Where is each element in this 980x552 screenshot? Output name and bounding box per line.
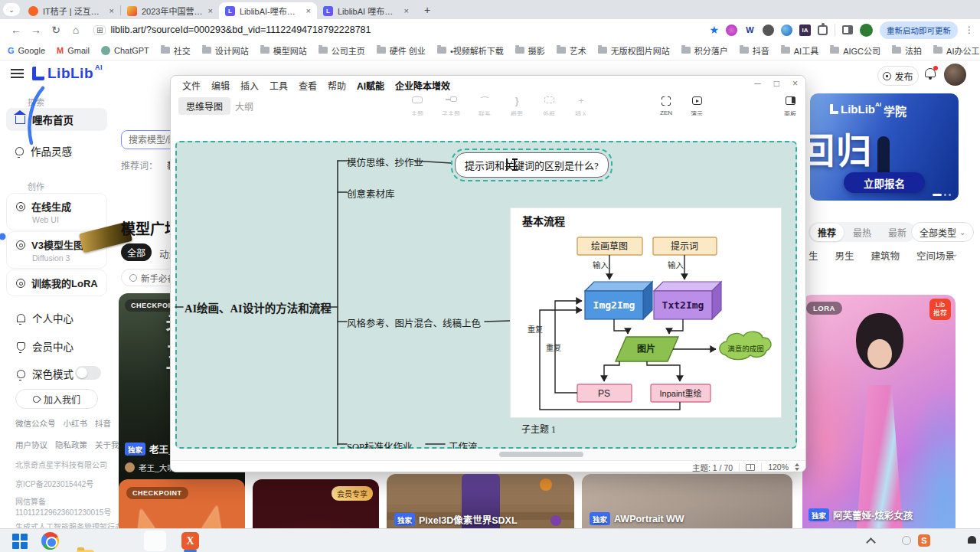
extension-icon[interactable] [781, 24, 792, 36]
home-icon[interactable]: ⌂ [66, 24, 86, 36]
menu-view[interactable]: 查看 [299, 79, 317, 92]
model-card-cat[interactable]: CHECKPOINT [119, 479, 245, 528]
extension-icon[interactable] [726, 24, 737, 36]
reload-icon[interactable]: ↻ [46, 24, 66, 36]
liblib-logo[interactable]: LibLib AI [32, 65, 103, 82]
tab-hottest[interactable]: 最热 [845, 224, 879, 241]
menu-edit[interactable]: 编辑 [211, 79, 230, 92]
taskbar-chrome-icon[interactable] [41, 532, 59, 550]
tray-notification-icon[interactable] [968, 536, 976, 544]
category-item[interactable]: 建筑物 [871, 248, 900, 263]
link-wechat[interactable]: 微信公众号 [15, 417, 56, 429]
sidebar-item-profile[interactable]: 个人中心 [17, 310, 74, 325]
dark-mode-toggle[interactable] [75, 366, 101, 380]
tray-status-icon[interactable] [902, 536, 911, 545]
link-privacy[interactable]: 隐私政策 [55, 439, 87, 450]
taskbar-xmind-icon[interactable]: X [181, 532, 199, 550]
sidebar-item-v3[interactable]: V3模型生图 Diffusion 3 [6, 231, 107, 269]
bookmark-folder[interactable]: 法拍 [892, 44, 922, 57]
new-tab-button[interactable]: + [420, 2, 435, 18]
bookmark-folder[interactable]: 模型网站 [260, 44, 307, 57]
overview-icon[interactable] [746, 464, 755, 471]
minimize-icon[interactable]: ─ [754, 78, 761, 89]
tab-liblib-2[interactable]: L LiblibAI 哩布哩布AI - 中国领先 × [317, 2, 415, 19]
menu-tools[interactable]: 工具 [270, 79, 288, 92]
mindmap-topic-material[interactable]: 创意素材库 [347, 186, 395, 201]
tab-search-button[interactable]: ⌄ [3, 3, 20, 16]
tool-present[interactable]: 演示 [680, 95, 714, 118]
bookmark-folder[interactable]: 抖音 [740, 44, 769, 57]
bookmark-folder[interactable]: AI工具 [781, 44, 818, 57]
category-item[interactable]: 男生 [835, 248, 854, 263]
tag-all[interactable]: 全部 [121, 243, 152, 261]
publish-button[interactable]: 发布 [877, 66, 919, 86]
extension-icon[interactable]: IA [799, 24, 811, 36]
extension-icon[interactable] [763, 24, 774, 36]
menu-ai[interactable]: AI赋能 [357, 79, 384, 92]
banner-cta-button[interactable]: 立即报名 [844, 172, 925, 193]
category-item[interactable]: 生 [808, 248, 818, 263]
tab-itjuzi[interactable]: IT桔子 | 泛互联网创业投资项目 × [22, 2, 120, 19]
icp-number[interactable]: 京ICP备2023015442号 [15, 478, 93, 489]
menu-enterprise[interactable]: 企业降本增效 [395, 79, 450, 92]
scrollbar-thumb[interactable] [499, 452, 583, 457]
tab-liblib-active[interactable]: L LiblibAI-哩布哩布AI - 中国领先 × [219, 2, 317, 19]
bookmark-folder[interactable]: AI办公工具 [933, 44, 980, 57]
mindmap-topic-style[interactable]: 风格参考、图片混合、线稿上色 [347, 315, 481, 330]
forward-icon[interactable]: → [26, 24, 46, 36]
mindmap-topic-imitate[interactable]: 模仿思维、抄作业 [347, 155, 423, 169]
menu-insert[interactable]: 插入 [240, 79, 259, 92]
bookmark-folder[interactable]: 硬件 创业 [377, 44, 426, 57]
bookmark-item[interactable]: ChatGPT [101, 46, 149, 55]
extensions-puzzle-icon[interactable] [818, 25, 828, 35]
close-icon[interactable]: × [792, 78, 798, 89]
selected-topic-wrap[interactable]: 提示词和关键词的区别是什么? [451, 149, 612, 181]
link-xiaohongshu[interactable]: 小红书 [64, 417, 88, 429]
type-dropdown[interactable]: 全部类型 ⌄ [911, 222, 974, 242]
tab-newest[interactable]: 最新 [880, 224, 914, 241]
bookmark-folder[interactable]: 设计网站 [202, 44, 249, 57]
expand-categories-icon[interactable]: ⌄ [952, 250, 958, 258]
tab-aigc-report[interactable]: 2023年中国营销领域AIGC技术 × [121, 2, 219, 19]
tab-close-icon[interactable]: × [208, 6, 213, 15]
tray-s-app-icon[interactable]: S [918, 534, 930, 547]
carousel-dots[interactable] [933, 194, 951, 196]
user-avatar[interactable] [944, 64, 966, 86]
sidebar-item-online-gen[interactable]: 在线生成 Web UI [6, 193, 107, 230]
menu-file[interactable]: 文件 [182, 79, 201, 92]
side-panel-icon[interactable] [842, 25, 853, 34]
bookmark-star-icon[interactable]: ★ [709, 24, 719, 36]
join-us-button[interactable]: 加入我们 [15, 389, 98, 409]
mindmap-topic-sub1[interactable]: 子主题 1 [521, 422, 556, 436]
url-text[interactable]: liblib.art/?sourceId=000293&bd_vid=11122… [110, 24, 371, 35]
maximize-icon[interactable]: □ [774, 78, 779, 89]
bookmark-folder[interactable]: 无版权图片网站 [598, 44, 670, 57]
tool-zen[interactable]: ZEN [649, 95, 683, 116]
back-icon[interactable]: ← [6, 24, 26, 36]
tool-panel[interactable]: 面板 [773, 95, 806, 118]
tab-recommend[interactable]: 推荐 [810, 224, 844, 241]
bookmark-item[interactable]: GGoogle [8, 46, 45, 55]
menu-help[interactable]: 帮助 [328, 79, 346, 92]
sidebar-item-home[interactable]: 哩布首页 [6, 108, 107, 131]
tab-close-icon[interactable]: × [404, 6, 409, 15]
chrome-update-button[interactable]: 重新启动即可更新 [880, 21, 958, 39]
model-card-red[interactable]: 会员专享 [253, 479, 379, 528]
tool-relationship[interactable]: 联系 [468, 95, 501, 118]
tool-boundary[interactable]: 外框 [532, 95, 566, 118]
zoom-stepper[interactable] [795, 463, 799, 471]
flowchart-image[interactable]: 基本流程 绘画草图 提示词 输入 输入 [510, 207, 782, 418]
sidebar-item-inspiration[interactable]: 作品灵感 [15, 143, 72, 158]
zoom-level[interactable]: 120% [768, 462, 789, 472]
model-card-girl[interactable]: LORA Lib 推荐 独家 阿芙蕾娅-炫彩女孩 [802, 295, 956, 528]
browser-profile-avatar[interactable] [860, 24, 873, 37]
tab-close-icon[interactable]: × [109, 6, 114, 15]
mindmap-topic-prompt-question[interactable]: 提示词和关键词的区别是什么? [455, 152, 609, 178]
tray-expand-icon[interactable] [866, 537, 876, 547]
bookmark-item[interactable]: MGmail [57, 46, 90, 55]
bookmark-folder[interactable]: 积分落户 [681, 44, 728, 57]
bookmark-folder[interactable]: 艺术 [557, 44, 586, 57]
tool-summary[interactable]: }概要 [500, 95, 534, 118]
bookmark-folder[interactable]: 公司主页 [318, 44, 365, 57]
liblib-academy-banner[interactable]: LibLib AI 学院 回归 立即报名 [810, 93, 959, 201]
